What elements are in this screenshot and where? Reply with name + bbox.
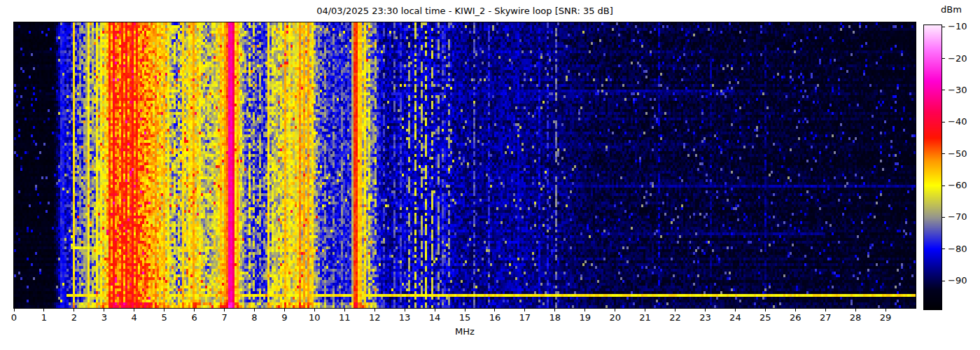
x-tick-label: 15	[453, 312, 477, 323]
colorbar-tick-label: −20	[948, 53, 979, 64]
x-tick-label: 10	[302, 312, 326, 323]
x-tick-label: 24	[723, 312, 747, 323]
x-tick-mark	[705, 309, 706, 312]
waterfall-plot-area	[13, 22, 916, 309]
x-tick-mark	[314, 309, 315, 312]
x-tick-mark	[435, 309, 435, 312]
x-tick-mark	[43, 309, 44, 312]
chart-title: 04/03/2025 23:30 local time - KIWI_2 - S…	[14, 6, 916, 17]
x-tick-label: 6	[183, 312, 206, 323]
x-tick-mark	[795, 309, 796, 312]
waterfall-figure: 04/03/2025 23:30 local time - KIWI_2 - S…	[0, 0, 980, 350]
colorbar-tick-mark	[942, 186, 945, 186]
x-tick-mark	[164, 309, 164, 312]
colorbar-label: dBm	[934, 4, 969, 15]
x-tick-mark	[765, 309, 766, 312]
x-tick-label: 26	[783, 312, 807, 323]
x-axis-label: MHz	[14, 326, 916, 337]
x-tick-mark	[584, 309, 585, 312]
x-tick-label: 9	[272, 312, 296, 323]
x-tick-mark	[284, 309, 285, 312]
x-tick-label: 1	[32, 312, 56, 323]
x-tick-mark	[855, 309, 856, 312]
x-tick-label: 8	[242, 312, 266, 323]
colorbar-tick-label: −30	[948, 85, 979, 95]
x-tick-label: 13	[393, 312, 416, 323]
colorbar-tick-mark	[942, 217, 945, 218]
x-tick-mark	[735, 309, 736, 312]
x-tick-label: 25	[753, 312, 777, 323]
x-tick-label: 18	[543, 312, 567, 323]
x-tick-mark	[886, 309, 886, 312]
colorbar-tick-mark	[942, 248, 945, 249]
x-tick-label: 29	[874, 312, 897, 323]
x-tick-mark	[344, 309, 345, 312]
x-tick-label: 2	[62, 312, 86, 323]
x-tick-mark	[494, 309, 495, 312]
x-tick-label: 22	[664, 312, 687, 323]
colorbar-tick-label: −10	[948, 21, 979, 31]
x-tick-label: 21	[634, 312, 657, 323]
x-tick-mark	[14, 309, 15, 312]
colorbar-tick-label: −70	[948, 211, 979, 222]
x-tick-mark	[825, 309, 826, 312]
x-tick-label: 0	[2, 312, 26, 323]
colorbar-gradient	[924, 25, 941, 309]
x-tick-label: 11	[332, 312, 356, 323]
x-tick-mark	[104, 309, 104, 312]
colorbar	[923, 24, 942, 310]
colorbar-tick-mark	[942, 90, 945, 90]
x-tick-mark	[134, 309, 134, 312]
colorbar-tick-mark	[942, 153, 945, 154]
x-tick-label: 12	[363, 312, 386, 323]
colorbar-tick-label: −40	[948, 116, 979, 127]
x-tick-mark	[224, 309, 225, 312]
x-tick-mark	[254, 309, 255, 312]
x-tick-mark	[465, 309, 465, 312]
colorbar-tick-mark	[942, 122, 945, 122]
x-tick-label: 27	[813, 312, 837, 323]
x-tick-label: 16	[483, 312, 507, 323]
x-tick-label: 17	[513, 312, 537, 323]
colorbar-tick-label: −80	[948, 244, 979, 254]
x-tick-mark	[645, 309, 645, 312]
x-tick-label: 5	[153, 312, 176, 323]
colorbar-tick-mark	[942, 58, 945, 59]
x-tick-mark	[675, 309, 676, 312]
x-tick-label: 28	[844, 312, 867, 323]
colorbar-tick-label: −90	[948, 275, 979, 286]
colorbar-tick-mark	[942, 27, 945, 27]
x-tick-label: 4	[122, 312, 146, 323]
waterfall-heatmap	[14, 22, 916, 308]
x-tick-label: 3	[92, 312, 116, 323]
x-tick-mark	[615, 309, 615, 312]
x-tick-mark	[374, 309, 375, 312]
colorbar-tick-label: −60	[948, 180, 979, 190]
x-tick-label: 14	[423, 312, 447, 323]
x-tick-mark	[405, 309, 405, 312]
colorbar-tick-mark	[942, 281, 945, 281]
x-tick-mark	[74, 309, 74, 312]
x-tick-mark	[554, 309, 555, 312]
x-tick-label: 19	[573, 312, 597, 323]
x-tick-mark	[194, 309, 195, 312]
x-tick-mark	[524, 309, 525, 312]
x-tick-label: 23	[693, 312, 717, 323]
x-tick-label: 7	[213, 312, 237, 323]
colorbar-tick-label: −50	[948, 148, 979, 159]
x-tick-label: 20	[603, 312, 627, 323]
